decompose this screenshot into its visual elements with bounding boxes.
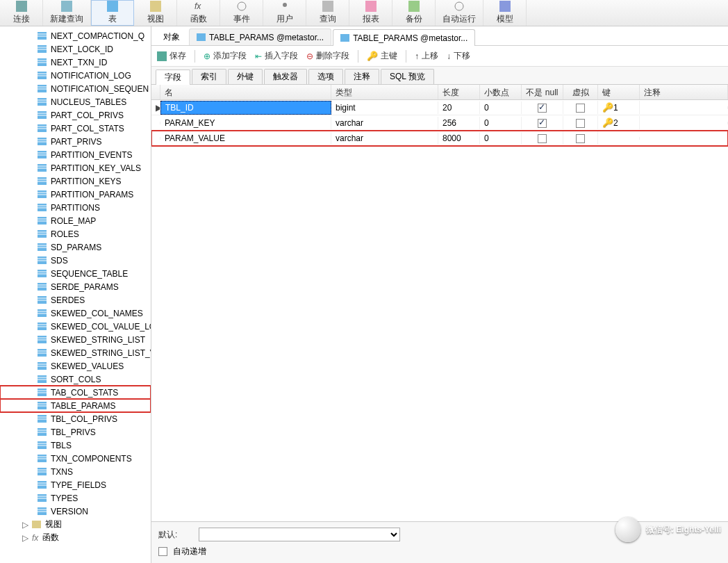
tree-item-part_privs[interactable]: PART_PRIVS <box>0 135 151 148</box>
table-icon <box>38 441 47 449</box>
table-icon <box>38 204 47 211</box>
tree-item-skewed_col_names[interactable]: SKEWED_COL_NAMES <box>0 307 151 320</box>
tree-item-sds[interactable]: SDS <box>0 254 151 267</box>
tree-item-role_map[interactable]: ROLE_MAP <box>0 214 151 227</box>
tab-table-params-2[interactable]: TABLE_PARAMS @metastor... <box>333 29 475 46</box>
minus-icon: ⊖ <box>306 51 313 61</box>
ribbon-autorun[interactable]: 自动运行 <box>436 0 483 26</box>
designer-subtabs: 字段 索引 外键 触发器 选项 注释 SQL 预览 <box>151 67 728 85</box>
subtab-fields[interactable]: 字段 <box>156 70 190 85</box>
move-up-button[interactable]: ↑上移 <box>415 50 438 62</box>
tree-item-skewed_values[interactable]: SKEWED_VALUES <box>0 359 151 373</box>
ribbon-connect[interactable]: 连接 <box>0 0 43 26</box>
delete-field-button[interactable]: ⊖删除字段 <box>306 50 349 62</box>
svg-rect-2 <box>107 1 118 12</box>
designer-toolbar: 保存 ⊕添加字段 ⇤插入字段 ⊖删除字段 🔑主键 ↑上移 ↓下移 <box>151 46 728 67</box>
tree-item-tbls[interactable]: TBLS <box>0 439 151 452</box>
table-icon <box>38 283 47 291</box>
table-icon <box>38 507 47 515</box>
tree-item-sort_cols[interactable]: SORT_COLS <box>0 373 151 386</box>
virtual-checkbox[interactable] <box>576 104 585 113</box>
tree-item-notification_log[interactable]: NOTIFICATION_LOG <box>0 69 151 82</box>
tree-item-roles[interactable]: ROLES <box>0 227 151 240</box>
tree-item-partition_events[interactable]: PARTITION_EVENTS <box>0 148 151 161</box>
ribbon-view[interactable]: 视图 <box>134 0 177 26</box>
tree-item-version[interactable]: VERSION <box>0 505 151 518</box>
tree-item-partition_params[interactable]: PARTITION_PARAMS <box>0 188 151 201</box>
tab-table-params-1[interactable]: TABLE_PARAMS @metastor... <box>189 28 331 45</box>
autoinc-checkbox[interactable] <box>158 547 167 556</box>
grid-row[interactable]: PARAM_VALUEvarchar80000 <box>151 131 728 146</box>
ribbon-query[interactable]: 查询 <box>306 0 349 26</box>
grid-row[interactable]: PARAM_KEYvarchar2560🔑2 <box>151 115 728 131</box>
tree-item-txns[interactable]: TXNS <box>0 465 151 478</box>
ribbon-model[interactable]: 模型 <box>483 0 527 26</box>
ribbon-user[interactable]: 用户 <box>263 0 306 26</box>
tab-object[interactable]: 对象 <box>156 28 188 45</box>
user-icon <box>279 1 290 12</box>
tree-functions[interactable]: ▷fx函数 <box>0 531 151 544</box>
tree-item-skewed_string_list_v[interactable]: SKEWED_STRING_LIST_V <box>0 346 151 359</box>
ribbon-new-query[interactable]: 新建查询 <box>43 0 91 26</box>
subtab-sql[interactable]: SQL 预览 <box>381 69 434 84</box>
tree-views[interactable]: ▷视图 <box>0 518 151 531</box>
tree-item-txn_components[interactable]: TXN_COMPONENTS <box>0 452 151 465</box>
ribbon-backup[interactable]: 备份 <box>392 0 436 26</box>
subtab-option[interactable]: 选项 <box>308 69 343 84</box>
backup-icon <box>408 1 420 12</box>
tree-item-nucleus_tables[interactable]: NUCLEUS_TABLES <box>0 95 151 108</box>
add-field-button[interactable]: ⊕添加字段 <box>204 50 247 62</box>
key-icon: 🔑 <box>602 102 613 113</box>
ribbon-report[interactable]: 报表 <box>349 0 392 26</box>
tree-item-next_txn_id[interactable]: NEXT_TXN_ID <box>0 56 151 69</box>
subtab-index[interactable]: 索引 <box>192 69 226 84</box>
notnull-checkbox[interactable] <box>538 134 547 143</box>
virtual-checkbox[interactable] <box>576 119 585 128</box>
tree-item-type_fields[interactable]: TYPE_FIELDS <box>0 478 151 491</box>
tree-item-partition_key_vals[interactable]: PARTITION_KEY_VALS <box>0 161 151 174</box>
tree-item-part_col_privs[interactable]: PART_COL_PRIVS <box>0 108 151 122</box>
tree-item-tbl_col_privs[interactable]: TBL_COL_PRIVS <box>0 412 151 425</box>
tree-item-notification_sequen[interactable]: NOTIFICATION_SEQUEN <box>0 82 151 95</box>
subtab-comment[interactable]: 注释 <box>345 69 379 84</box>
query-icon <box>322 1 333 12</box>
table-icon <box>107 1 118 12</box>
tree-item-next_compaction_q[interactable]: NEXT_COMPACTION_Q <box>0 29 151 42</box>
tree-item-skewed_string_list[interactable]: SKEWED_STRING_LIST <box>0 333 151 346</box>
save-icon <box>157 51 167 61</box>
notnull-checkbox[interactable] <box>538 119 547 128</box>
save-button[interactable]: 保存 <box>157 50 186 62</box>
ribbon-event[interactable]: 事件 <box>220 0 263 26</box>
tree-item-types[interactable]: TYPES <box>0 491 151 505</box>
insert-field-button[interactable]: ⇤插入字段 <box>255 50 298 62</box>
plug-icon <box>16 1 27 12</box>
notnull-checkbox[interactable] <box>538 104 547 113</box>
tree-item-sequence_table[interactable]: SEQUENCE_TABLE <box>0 267 151 280</box>
subtab-fkey[interactable]: 外键 <box>228 69 263 84</box>
tree-item-sd_params[interactable]: SD_PARAMS <box>0 240 151 254</box>
tree-item-serdes[interactable]: SERDES <box>0 293 151 307</box>
tree-item-skewed_col_value_lo[interactable]: SKEWED_COL_VALUE_LO <box>0 320 151 333</box>
move-down-button[interactable]: ↓下移 <box>447 50 470 62</box>
ribbon-function[interactable]: fx函数 <box>177 0 220 26</box>
tree-item-tbl_privs[interactable]: TBL_PRIVS <box>0 425 151 439</box>
subtab-trigger[interactable]: 触发器 <box>264 69 307 84</box>
tree-item-serde_params[interactable]: SERDE_PARAMS <box>0 280 151 293</box>
tree-item-partition_keys[interactable]: PARTITION_KEYS <box>0 174 151 188</box>
tree-item-part_col_stats[interactable]: PART_COL_STATS <box>0 122 151 135</box>
tree-item-partitions[interactable]: PARTITIONS <box>0 201 151 214</box>
grid-row[interactable]: ▶TBL_IDbigint200🔑1 <box>151 100 728 115</box>
ribbon-table[interactable]: 表 <box>91 0 134 26</box>
default-select[interactable] <box>199 528 400 541</box>
svg-rect-3 <box>150 1 161 12</box>
tree-item-tab_col_stats[interactable]: TAB_COL_STATS <box>0 386 151 399</box>
tree-item-next_lock_id[interactable]: NEXT_LOCK_ID <box>0 42 151 56</box>
primary-key-button[interactable]: 🔑主键 <box>367 50 397 62</box>
ribbon-toolbar: 连接 新建查询 表 视图 fx函数 事件 用户 查询 报表 备份 自动运行 模型 <box>0 0 728 26</box>
default-label: 默认: <box>158 529 193 541</box>
field-grid[interactable]: 名 类型 长度 小数点 不是 null 虚拟 键 注释 ▶TBL_IDbigin… <box>151 85 728 521</box>
virtual-checkbox[interactable] <box>576 134 585 143</box>
tree-item-table_params[interactable]: TABLE_PARAMS <box>0 399 151 412</box>
sidebar-tree[interactable]: NEXT_COMPACTION_QNEXT_LOCK_IDNEXT_TXN_ID… <box>0 26 151 563</box>
table-icon <box>38 58 47 66</box>
